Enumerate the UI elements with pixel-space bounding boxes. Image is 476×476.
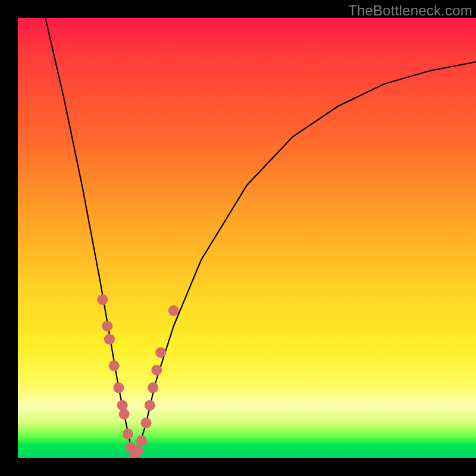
highlight-dot (141, 418, 152, 428)
bottleneck-curve-svg (18, 18, 476, 458)
highlight-dot (123, 428, 133, 439)
highlight-dot (136, 435, 147, 446)
highlight-dot (155, 347, 166, 358)
plot-area (18, 18, 476, 458)
highlighted-points-group (97, 295, 178, 458)
watermark-text: TheBottleneck.com (348, 2, 472, 19)
highlight-dot (109, 361, 120, 371)
highlight-dot (102, 321, 112, 331)
highlight-dot (119, 409, 130, 419)
highlight-dot (117, 400, 128, 411)
highlight-dot (145, 400, 155, 411)
highlight-dot (104, 334, 115, 345)
chart-frame: TheBottleneck.com (0, 0, 476, 476)
highlight-dot (97, 295, 108, 305)
highlight-dot (151, 365, 162, 375)
bottleneck-curve (45, 18, 476, 454)
highlight-dot (133, 445, 143, 456)
highlight-dot (113, 383, 124, 393)
highlight-dot (148, 383, 158, 393)
highlight-dot (168, 305, 179, 316)
